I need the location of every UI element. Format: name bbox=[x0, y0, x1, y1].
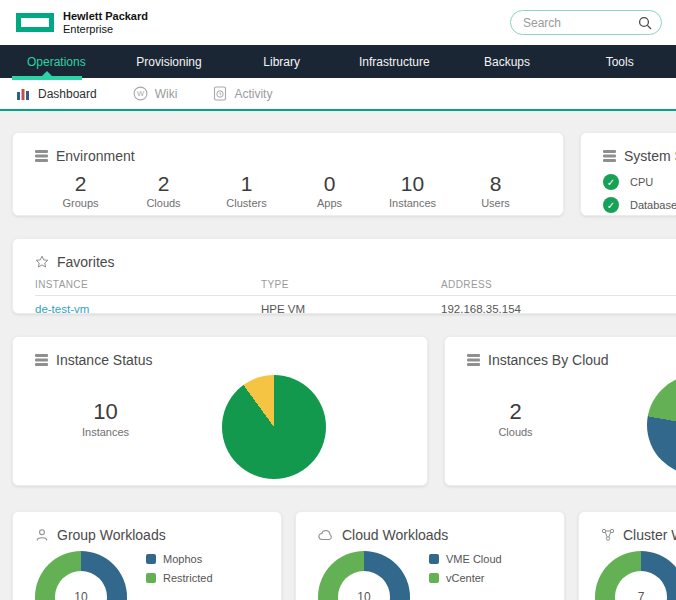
stat-value: 1 bbox=[205, 172, 288, 196]
active-tab-underline bbox=[12, 76, 82, 80]
stat-value: 2 bbox=[122, 172, 205, 196]
group-workloads-card: Group Workloads 10 Mophos Restricted bbox=[12, 511, 282, 600]
stat-label: Clouds bbox=[122, 197, 205, 209]
status-label: CPU bbox=[630, 176, 653, 188]
nav-item-provisioning[interactable]: Provisioning bbox=[113, 45, 226, 78]
stat-users[interactable]: 8Users bbox=[454, 172, 537, 209]
legend-swatch-blue bbox=[146, 554, 156, 564]
environment-card: Environment 2Groups 2Clouds 1Clusters 0A… bbox=[12, 132, 564, 216]
nav-label: Library bbox=[263, 55, 300, 69]
app-header: Hewlett Packard Enterprise bbox=[0, 0, 676, 45]
cluster-workloads-card: Cluster Workloads 7 bbox=[578, 511, 676, 600]
stack-icon bbox=[35, 354, 48, 366]
legend-item: Mophos bbox=[146, 553, 213, 565]
stack-icon bbox=[603, 150, 616, 162]
wiki-icon: W bbox=[133, 86, 148, 101]
stat-instances[interactable]: 10Instances bbox=[371, 172, 454, 209]
stat-value: 8 bbox=[454, 172, 537, 196]
stat-label: Clusters bbox=[205, 197, 288, 209]
column-header-address: ADDRESS bbox=[441, 279, 676, 290]
stat-clouds[interactable]: 2Clouds bbox=[122, 172, 205, 209]
group-workloads-donut-chart: 10 bbox=[35, 551, 127, 600]
stat-value: 10 bbox=[371, 172, 454, 196]
nav-item-infrastructure[interactable]: Infrastructure bbox=[338, 45, 451, 78]
sub-nav: Dashboard W Wiki Activity bbox=[0, 78, 676, 111]
stat-clusters[interactable]: 1Clusters bbox=[205, 172, 288, 209]
stat-value: 2 bbox=[39, 172, 122, 196]
legend-label: VME Cloud bbox=[446, 553, 502, 565]
legend-label: Mophos bbox=[163, 553, 202, 565]
legend-label: Restricted bbox=[163, 572, 213, 584]
nav-label: Operations bbox=[27, 55, 86, 69]
subnav-label: Wiki bbox=[155, 87, 178, 101]
dashboard-content: Environment 2Groups 2Clouds 1Clusters 0A… bbox=[0, 111, 676, 600]
count-label: Instances bbox=[48, 426, 163, 438]
instance-link[interactable]: de-test-vm bbox=[35, 303, 89, 315]
subnav-item-wiki[interactable]: W Wiki bbox=[133, 86, 178, 101]
nav-item-operations[interactable]: Operations bbox=[0, 45, 113, 78]
legend-label: vCenter bbox=[446, 572, 485, 584]
nav-label: Backups bbox=[484, 55, 530, 69]
group-icon bbox=[35, 528, 49, 542]
logo-line-2: Enterprise bbox=[63, 23, 148, 36]
system-status-card: System Status ✓ CPU ✓ Database bbox=[580, 132, 676, 216]
subnav-item-dashboard[interactable]: Dashboard bbox=[16, 87, 97, 101]
star-icon bbox=[35, 255, 49, 269]
nav-item-library[interactable]: Library bbox=[225, 45, 338, 78]
legend-item: Restricted bbox=[146, 572, 213, 584]
card-title-text: Instances By Cloud bbox=[488, 352, 609, 368]
check-circle-icon: ✓ bbox=[603, 197, 619, 213]
count-value: 2 bbox=[463, 399, 568, 425]
favorites-card: Favorites INSTANCE TYPE ADDRESS de-test-… bbox=[12, 238, 676, 314]
status-label: Database bbox=[630, 199, 676, 211]
cloud-workloads-donut-chart: 10 bbox=[318, 551, 410, 600]
legend-item: vCenter bbox=[429, 572, 502, 584]
card-title-text: System Status bbox=[624, 148, 676, 164]
svg-text:W: W bbox=[137, 89, 145, 98]
global-search[interactable] bbox=[510, 10, 662, 35]
main-nav: Operations Provisioning Library Infrastr… bbox=[0, 45, 676, 78]
hpe-logo-icon bbox=[16, 13, 54, 32]
column-header-instance: INSTANCE bbox=[35, 279, 261, 290]
favorites-table: INSTANCE TYPE ADDRESS de-test-vm HPE VM … bbox=[35, 279, 676, 315]
group-workloads-legend: Mophos Restricted bbox=[146, 553, 213, 591]
stat-label: Instances bbox=[371, 197, 454, 209]
nav-item-backups[interactable]: Backups bbox=[451, 45, 564, 78]
cell-type: HPE VM bbox=[261, 303, 441, 315]
cluster-icon bbox=[601, 528, 615, 542]
column-header-type: TYPE bbox=[261, 279, 441, 290]
legend-swatch-green bbox=[146, 573, 156, 583]
instances-by-cloud-card: Instances By Cloud 2 Clouds bbox=[444, 336, 676, 486]
cloud-workloads-legend: VME Cloud vCenter bbox=[429, 553, 502, 591]
legend-swatch-blue bbox=[429, 554, 439, 564]
nav-item-tools[interactable]: Tools bbox=[563, 45, 676, 78]
search-input[interactable] bbox=[523, 16, 638, 30]
card-title-text: Environment bbox=[56, 148, 135, 164]
instance-status-card: Instance Status 10 Instances bbox=[12, 336, 428, 486]
activity-icon bbox=[213, 86, 227, 101]
subnav-label: Dashboard bbox=[38, 87, 97, 101]
status-row-database: ✓ Database bbox=[603, 197, 676, 213]
bar-chart-icon bbox=[16, 87, 31, 100]
stat-label: Users bbox=[454, 197, 537, 209]
instance-status-pie-chart bbox=[222, 375, 326, 479]
status-row-cpu: ✓ CPU bbox=[603, 174, 676, 190]
cloud-count: 2 Clouds bbox=[463, 399, 568, 438]
card-title-text: Cluster Workloads bbox=[623, 527, 676, 543]
search-icon[interactable] bbox=[638, 16, 652, 30]
subnav-item-activity[interactable]: Activity bbox=[213, 86, 272, 101]
stat-apps[interactable]: 0Apps bbox=[288, 172, 371, 209]
favorites-table-header: INSTANCE TYPE ADDRESS bbox=[35, 279, 676, 296]
nav-label: Provisioning bbox=[136, 55, 201, 69]
card-title-text: Cloud Workloads bbox=[342, 527, 448, 543]
stat-label: Groups bbox=[39, 197, 122, 209]
hpe-logo-text: Hewlett Packard Enterprise bbox=[63, 10, 148, 35]
card-title-text: Group Workloads bbox=[57, 527, 166, 543]
card-title-text: Favorites bbox=[57, 254, 115, 270]
stat-groups[interactable]: 2Groups bbox=[39, 172, 122, 209]
instance-count: 10 Instances bbox=[48, 399, 163, 438]
cloud-workloads-card: Cloud Workloads 10 VME Cloud vCenter bbox=[295, 511, 565, 600]
nav-label: Tools bbox=[606, 55, 634, 69]
stack-icon bbox=[35, 150, 48, 162]
table-row: de-test-vm HPE VM 192.168.35.154 bbox=[35, 296, 676, 315]
